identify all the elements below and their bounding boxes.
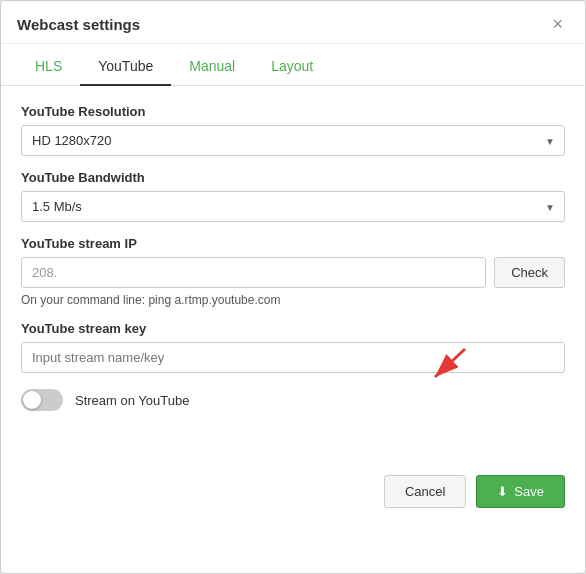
- save-icon: ⬇: [497, 484, 508, 499]
- bandwidth-select-wrapper: 1.5 Mb/s 2.5 Mb/s 4 Mb/s 6 Mb/s: [21, 191, 565, 222]
- stream-ip-group: YouTube stream IP Check On your command …: [21, 236, 565, 307]
- toggle-thumb: [23, 391, 41, 409]
- dialog-title: Webcast settings: [17, 16, 140, 33]
- stream-ip-input[interactable]: [21, 257, 486, 288]
- bandwidth-select[interactable]: 1.5 Mb/s 2.5 Mb/s 4 Mb/s 6 Mb/s: [21, 191, 565, 222]
- resolution-select-wrapper: HD 1280x720 Full HD 1920x1080 SD 720x480…: [21, 125, 565, 156]
- stream-key-input[interactable]: [21, 342, 565, 373]
- webcast-settings-dialog: Webcast settings × HLS YouTube Manual La…: [0, 0, 586, 574]
- resolution-select[interactable]: HD 1280x720 Full HD 1920x1080 SD 720x480…: [21, 125, 565, 156]
- stream-ip-row: Check: [21, 257, 565, 288]
- close-button[interactable]: ×: [546, 13, 569, 35]
- stream-toggle-row: Stream on YouTube: [21, 389, 565, 411]
- stream-key-container: [21, 342, 565, 373]
- stream-ip-hint: On your command line: ping a.rtmp.youtub…: [21, 293, 565, 307]
- resolution-group: YouTube Resolution HD 1280x720 Full HD 1…: [21, 104, 565, 156]
- tabs-container: HLS YouTube Manual Layout: [1, 48, 585, 86]
- tab-manual[interactable]: Manual: [171, 48, 253, 86]
- cancel-button[interactable]: Cancel: [384, 475, 466, 508]
- check-button[interactable]: Check: [494, 257, 565, 288]
- dialog-footer: Cancel ⬇ Save: [1, 459, 585, 516]
- dialog-header: Webcast settings ×: [1, 1, 585, 44]
- bandwidth-group: YouTube Bandwidth 1.5 Mb/s 2.5 Mb/s 4 Mb…: [21, 170, 565, 222]
- resolution-label: YouTube Resolution: [21, 104, 565, 119]
- stream-ip-label: YouTube stream IP: [21, 236, 565, 251]
- stream-toggle-label: Stream on YouTube: [75, 393, 189, 408]
- bandwidth-label: YouTube Bandwidth: [21, 170, 565, 185]
- tab-youtube[interactable]: YouTube: [80, 48, 171, 86]
- stream-key-group: YouTube stream key: [21, 321, 565, 373]
- save-button[interactable]: ⬇ Save: [476, 475, 565, 508]
- tab-layout[interactable]: Layout: [253, 48, 331, 86]
- stream-key-label: YouTube stream key: [21, 321, 565, 336]
- save-label: Save: [514, 484, 544, 499]
- stream-toggle[interactable]: [21, 389, 63, 411]
- tab-hls[interactable]: HLS: [17, 48, 80, 86]
- tab-content: YouTube Resolution HD 1280x720 Full HD 1…: [1, 86, 585, 429]
